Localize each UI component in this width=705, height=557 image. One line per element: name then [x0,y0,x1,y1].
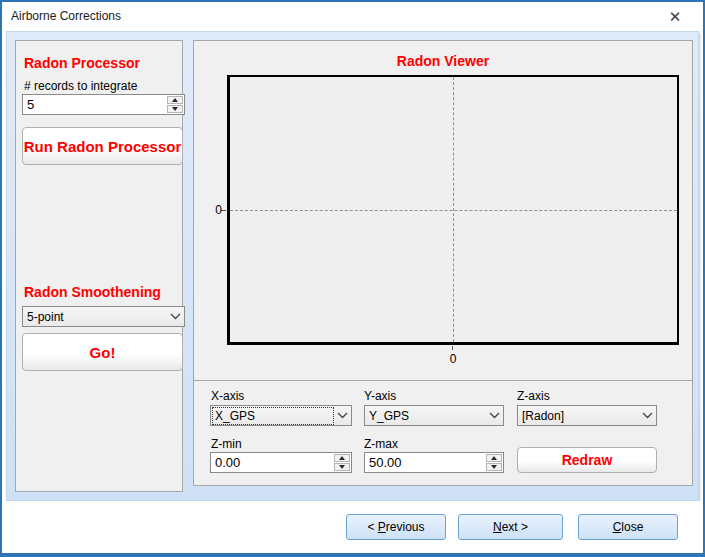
spin-down-button[interactable] [486,463,502,471]
dialog-footer: < Previous Next > Close [2,501,703,553]
close-window-button[interactable]: ✕ [655,2,695,31]
z-axis-label: Z-axis [517,389,550,403]
z-max-label: Z-max [364,437,398,451]
next-button-label: Next > [493,520,528,534]
y-axis-select[interactable]: Y_GPS [364,405,504,426]
redraw-button[interactable]: Redraw [517,447,657,473]
chevron-down-icon [638,412,656,419]
records-to-integrate-label: # records to integrate [24,79,137,93]
z-min-spinner [334,453,351,472]
radon-processor-panel: Radon Processor # records to integrate 5… [15,40,183,492]
z-axis-selected-value: [Radon] [520,408,638,424]
z-min-input[interactable]: 0.00 [210,452,352,473]
spin-down-button[interactable] [334,463,350,471]
x-axis-tick [452,346,453,350]
viewer-controls-panel: X-axis Y-axis Z-axis X_GPS Y_GPS [Radon] [193,380,693,486]
records-spinner [167,95,184,114]
chevron-down-icon [166,313,184,320]
records-value[interactable]: 5 [23,95,167,114]
arrow-down-icon [339,465,345,469]
spin-up-button[interactable] [167,96,183,104]
next-button[interactable]: Next > [458,514,563,540]
z-min-label: Z-min [211,437,242,451]
window-title: Airborne Corrections [11,9,121,23]
x-axis-selected-value: X_GPS [213,408,333,424]
go-button[interactable]: Go! [22,333,183,371]
smoothening-selected-value: 5-point [25,309,166,325]
radon-viewer-panel: Radon Viewer 0 0 [193,40,693,382]
arrow-down-icon [172,107,178,111]
radon-processor-heading: Radon Processor [24,55,140,71]
x-axis-select[interactable]: X_GPS [210,405,352,426]
z-axis-select[interactable]: [Radon] [517,405,657,426]
x-axis-label: X-axis [211,389,244,403]
arrow-down-icon [491,465,497,469]
z-max-input[interactable]: 50.00 [364,452,504,473]
x-axis-zero-label: 0 [446,352,460,366]
y-axis-label: Y-axis [364,389,396,403]
dialog-content-container: Radon Processor # records to integrate 5… [6,31,699,501]
titlebar: Airborne Corrections ✕ [2,2,703,31]
close-icon: ✕ [669,8,682,26]
close-button[interactable]: Close [578,514,678,540]
records-to-integrate-input[interactable]: 5 [22,94,185,115]
radon-plot-area[interactable] [227,75,679,345]
run-radon-processor-button[interactable]: Run Radon Processor [22,127,183,165]
airborne-corrections-dialog: Airborne Corrections ✕ Radon Processor #… [0,0,705,557]
spin-down-button[interactable] [167,105,183,113]
arrow-up-icon [491,456,497,460]
y-axis-zero-label: 0 [202,203,222,217]
spin-up-button[interactable] [334,454,350,462]
run-radon-processor-label: Run Radon Processor [24,138,182,155]
previous-button[interactable]: < Previous [346,514,446,540]
redraw-button-label: Redraw [562,452,613,468]
close-button-label: Close [613,520,644,534]
previous-button-label: < Previous [367,520,424,534]
z-min-value[interactable]: 0.00 [211,453,334,472]
z-max-spinner [486,453,503,472]
chevron-down-icon [485,412,503,419]
arrow-up-icon [339,456,345,460]
radon-smoothening-heading: Radon Smoothening [24,284,161,300]
chevron-down-icon [333,412,351,419]
arrow-up-icon [172,98,178,102]
radon-viewer-title: Radon Viewer [194,53,692,69]
smoothening-select[interactable]: 5-point [22,306,185,327]
zero-vertical-gridline [453,77,454,342]
go-button-label: Go! [90,344,116,361]
y-axis-selected-value: Y_GPS [367,408,485,424]
spin-up-button[interactable] [486,454,502,462]
z-max-value[interactable]: 50.00 [365,453,486,472]
